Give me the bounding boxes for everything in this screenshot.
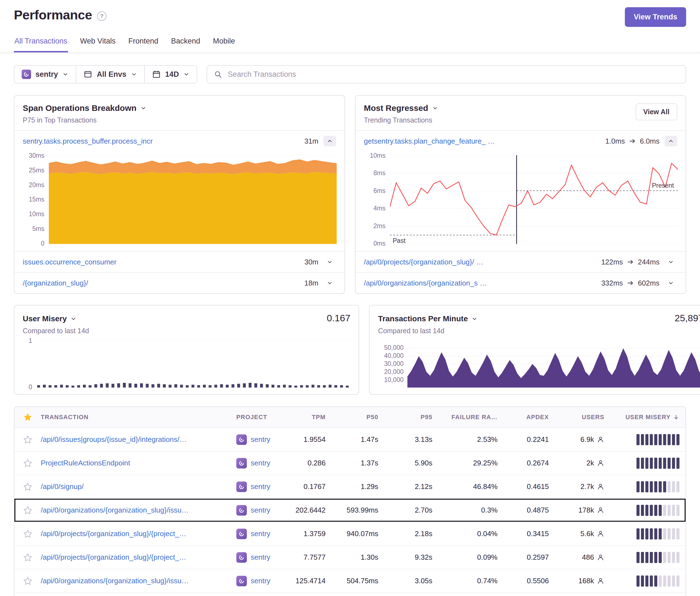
table-row[interactable] <box>15 593 685 596</box>
column-header-users[interactable]: USERS <box>557 414 612 421</box>
p50-cell: 1.47s <box>333 435 386 444</box>
user-icon <box>597 530 604 538</box>
column-header-user-misery[interactable]: USER MISERY <box>612 414 685 421</box>
environment-filter-dropdown[interactable]: All Envs <box>76 66 145 83</box>
user-icon <box>597 459 604 467</box>
p95-cell: 2.18s <box>386 529 440 538</box>
expand-chart-button[interactable] <box>665 278 677 288</box>
users-cell: 178k <box>557 506 612 515</box>
tpm-dropdown[interactable]: Transactions Per Minute <box>378 314 478 323</box>
project-link[interactable]: sentry <box>251 482 270 491</box>
project-link[interactable]: sentry <box>251 435 270 444</box>
column-header-p50[interactable]: P50 <box>333 414 386 421</box>
expand-chart-button[interactable] <box>323 257 336 267</box>
apdex-cell: 0.2241 <box>505 435 557 444</box>
expand-chart-button[interactable] <box>665 257 677 267</box>
column-header-tpm[interactable]: TPM <box>289 414 333 421</box>
date-range-filter-dropdown[interactable]: 14D <box>145 66 197 83</box>
date-range-filter-label: 14D <box>165 70 179 79</box>
regressed-transaction-link[interactable]: getsentry.tasks.plan_change_feature_ … <box>364 137 495 146</box>
user-misery-dropdown[interactable]: User Misery <box>23 314 77 323</box>
mini-area-chart <box>407 340 700 388</box>
column-header-project[interactable]: PROJECT <box>236 414 289 421</box>
table-row[interactable]: /api/0/projects/{organization_slug}/{pro… <box>15 522 685 546</box>
span-op-link[interactable]: /{organization_slug}/ <box>23 279 88 287</box>
table-row[interactable]: /api/0/projects/{organization_slug}/{pro… <box>15 546 685 569</box>
tab-all-transactions[interactable]: All Transactions <box>14 36 68 52</box>
project-link[interactable]: sentry <box>251 553 270 562</box>
column-header-failure-rate[interactable]: FAILURE RA… <box>440 414 505 421</box>
span-panel-title-dropdown[interactable]: Span Operations Breakdown <box>23 103 146 113</box>
project-link[interactable]: sentry <box>251 506 270 515</box>
sentry-project-icon <box>236 458 247 468</box>
transaction-link[interactable]: /api/0/organizations/{organization_slug}… <box>41 577 189 585</box>
regressed-transaction-link[interactable]: /api/0/projects/{organization_slug}/ … <box>364 258 483 266</box>
environment-filter-label: All Envs <box>97 70 126 79</box>
favorite-star-button[interactable] <box>22 575 33 587</box>
project-filter-dropdown[interactable]: sentry <box>15 66 76 83</box>
y-axis-label: 20,000 <box>378 368 403 376</box>
chevron-down-icon <box>71 316 77 322</box>
favorites-column-header[interactable] <box>15 413 41 422</box>
y-axis-label: 25ms <box>20 166 44 174</box>
span-op-row: issues.occurrence_consumer 30m <box>15 251 345 272</box>
y-axis-label: 30ms <box>20 152 44 159</box>
tpm-card-value: 25,897.544 <box>674 313 700 323</box>
table-row[interactable]: /api/0/signup/ sentry 0.1767 1.29s 2.12s… <box>15 475 685 499</box>
favorite-star-button[interactable] <box>22 504 33 516</box>
tab-mobile[interactable]: Mobile <box>212 36 236 52</box>
favorite-star-button[interactable] <box>22 434 33 445</box>
collapse-chart-button[interactable] <box>665 136 677 146</box>
p95-cell: 3.13s <box>386 435 440 444</box>
tab-frontend[interactable]: Frontend <box>128 36 159 52</box>
favorite-star-button[interactable] <box>22 481 33 493</box>
past-label: Past <box>393 237 405 244</box>
users-count: 2.7k <box>580 482 594 491</box>
failure-rate-cell: 0.04% <box>440 529 505 538</box>
y-axis-label: 8ms <box>361 170 385 177</box>
apdex-cell: 0.5506 <box>505 577 557 585</box>
table-row[interactable]: /api/0/organizations/{organization_slug}… <box>15 569 685 593</box>
span-op-link[interactable]: sentry.tasks.process_buffer.process_incr <box>23 137 153 146</box>
tpm-card: Transactions Per Minute 25,897.544 Compa… <box>369 305 700 395</box>
transaction-link[interactable]: /api/0/signup/ <box>41 482 84 491</box>
metric-cards: User Misery 0.167 Compared to last 14d 1… <box>14 305 686 395</box>
favorite-star-button[interactable] <box>22 552 33 563</box>
transaction-link[interactable]: /api/0/organizations/{organization_slug}… <box>41 506 189 514</box>
regressed-row: /api/0/organizations/{organization_s … 3… <box>355 272 685 293</box>
table-row[interactable]: /api/0/issues|groups/{issue_id}/integrat… <box>15 428 685 451</box>
favorite-star-button[interactable] <box>22 458 33 469</box>
tab-backend[interactable]: Backend <box>171 36 201 52</box>
column-header-p95[interactable]: P95 <box>386 414 440 421</box>
user-misery-chart: 1 0 <box>23 340 350 388</box>
transaction-link[interactable]: /api/0/projects/{organization_slug}/{pro… <box>41 529 186 538</box>
table-row[interactable]: ProjectRuleActionsEndpoint sentry 0.286 … <box>15 451 685 475</box>
collapse-chart-button[interactable] <box>323 136 336 146</box>
card-title: Transactions Per Minute <box>378 314 468 323</box>
column-header-transaction[interactable]: TRANSACTION <box>41 414 236 421</box>
regression-to-value: 244ms <box>638 258 659 266</box>
regressed-panel-title-dropdown[interactable]: Most Regressed <box>364 103 438 113</box>
view-trends-button[interactable]: View Trends <box>625 7 686 27</box>
project-link[interactable]: sentry <box>251 577 270 585</box>
transaction-link[interactable]: /api/0/issues|groups/{issue_id}/integrat… <box>41 435 186 443</box>
transaction-link[interactable]: /api/0/projects/{organization_slug}/{pro… <box>41 553 186 561</box>
expand-chart-button[interactable] <box>323 278 336 288</box>
column-header-apdex[interactable]: APDEX <box>505 414 557 421</box>
project-link[interactable]: sentry <box>251 459 270 467</box>
transaction-link[interactable]: ProjectRuleActionsEndpoint <box>41 459 130 467</box>
tab-web-vitals[interactable]: Web Vitals <box>80 36 116 52</box>
apdex-cell: 0.4875 <box>505 506 557 515</box>
favorite-star-button[interactable] <box>22 528 33 540</box>
p50-cell: 1.30s <box>333 553 386 562</box>
span-op-link[interactable]: issues.occurrence_consumer <box>23 258 117 266</box>
table-row[interactable]: /api/0/organizations/{organization_slug}… <box>15 499 685 522</box>
help-icon[interactable] <box>97 11 106 21</box>
failure-rate-cell: 29.25% <box>440 459 505 467</box>
project-link[interactable]: sentry <box>251 529 270 538</box>
view-all-button[interactable]: View All <box>636 103 677 120</box>
apdex-cell: 0.2597 <box>505 553 557 562</box>
search-input[interactable] <box>227 70 679 79</box>
regressed-transaction-link[interactable]: /api/0/organizations/{organization_s … <box>364 279 487 287</box>
p95-cell: 5.90s <box>386 459 440 467</box>
